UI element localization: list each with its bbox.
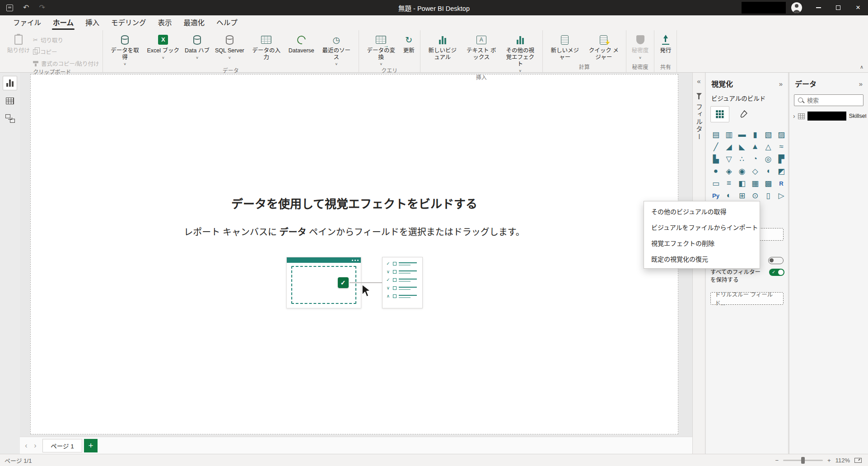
scatter-chart-icon[interactable]: ∴ <box>736 153 748 165</box>
key-influencers-icon[interactable]: ◐ <box>723 190 735 201</box>
clustered-column-chart-icon[interactable]: ▮ <box>749 129 761 140</box>
filled-map-icon[interactable]: ◈ <box>723 165 735 177</box>
illustration-field-row: ∨ <box>386 270 419 274</box>
search-input[interactable] <box>794 94 863 106</box>
context-menu-item[interactable]: 既定の視覚化の復元 <box>644 251 760 266</box>
line-chart-icon[interactable]: ╱ <box>709 141 722 153</box>
expand-filters-icon[interactable]: « <box>693 73 705 85</box>
kpi-card-icon[interactable]: ◩ <box>775 165 788 177</box>
100-stacked-bar-chart-icon[interactable]: ▧ <box>762 129 775 140</box>
stacked-column-chart-icon[interactable]: ▥ <box>723 129 735 140</box>
context-menu-item[interactable]: ビジュアルをファイルからインポート <box>644 219 760 235</box>
tab-view[interactable]: 表示 <box>152 14 178 30</box>
recent-sources-button[interactable]: ◷ 最近のソース ∨ <box>317 32 355 66</box>
gauge-icon[interactable]: ◖ <box>762 165 775 177</box>
collapse-data-pane-icon[interactable]: » <box>859 80 863 88</box>
keep-all-filters-toggle[interactable] <box>769 269 784 276</box>
refresh-button[interactable]: ↻ 更新 <box>401 32 417 66</box>
quick-measure-button[interactable]: クイック メジャー <box>585 32 623 63</box>
paginated-report-icon[interactable]: ▯ <box>762 190 775 201</box>
tab-optimize[interactable]: 最適化 <box>178 14 211 30</box>
close-button[interactable]: × <box>848 0 868 15</box>
stacked-area-chart-icon[interactable]: ◣ <box>736 141 748 153</box>
zoom-slider-thumb[interactable] <box>801 457 805 464</box>
report-canvas: データを使用して視覚エフェクトをビルドする レポート キャンバスに データ ペイ… <box>20 73 692 437</box>
publish-button[interactable]: 発行 <box>658 32 673 63</box>
collapse-visualizations-icon[interactable]: » <box>779 80 783 88</box>
power-automate-icon[interactable]: ▷ <box>775 190 788 201</box>
fit-to-page-icon[interactable] <box>854 458 862 463</box>
format-visual-tab[interactable] <box>734 106 753 122</box>
python-visual-icon[interactable]: Py <box>709 190 722 201</box>
ribbon-chart-icon[interactable]: ≈ <box>775 141 788 153</box>
ribbon-group-data: データを取得 ∨ Excel ブック ∨ Data ハブ ∨ SQL Serve… <box>103 30 359 72</box>
report-page[interactable]: データを使用して視覚エフェクトをビルドする レポート キャンバスに データ ペイ… <box>30 74 678 434</box>
collapse-ribbon-icon[interactable]: ∧ <box>860 64 863 70</box>
sql-server-button[interactable]: SQL Server ∨ <box>213 32 247 66</box>
r-script-icon[interactable]: R <box>775 177 788 189</box>
line-stacked-column-chart-icon[interactable]: ▲ <box>749 141 761 153</box>
transform-data-button[interactable]: データの変換 ∨ <box>362 32 400 66</box>
area-chart-icon[interactable]: ◢ <box>723 141 735 153</box>
text-box-icon <box>476 36 486 44</box>
more-visuals-button[interactable]: その他の視覚エフェクト ∨ <box>501 32 539 73</box>
status-bar: ページ 1/1 − + 112% <box>0 454 868 466</box>
new-measure-button[interactable]: 新しいメジャー <box>546 32 584 63</box>
zoom-level[interactable]: 112% <box>835 457 850 464</box>
maximize-button[interactable] <box>828 0 848 15</box>
donut-chart-icon[interactable]: ◎ <box>762 153 775 165</box>
stacked-bar-chart-icon[interactable]: ▤ <box>709 129 722 140</box>
table-icon[interactable]: ▦ <box>749 177 761 189</box>
new-visual-button[interactable]: 新しいビジュアル <box>424 32 462 73</box>
expand-chevron-icon[interactable]: › <box>793 112 795 120</box>
data-hub-button[interactable]: Data ハブ ∨ <box>182 32 212 66</box>
tab-modeling[interactable]: モデリング <box>105 14 152 30</box>
100-stacked-column-chart-icon[interactable]: ▨ <box>775 129 788 140</box>
shape-map-icon[interactable]: ◇ <box>749 165 761 177</box>
tab-insert[interactable]: 挿入 <box>79 14 105 30</box>
account-avatar[interactable] <box>791 2 802 13</box>
text-box-button[interactable]: テキスト ボックス <box>462 32 500 73</box>
tab-file[interactable]: ファイル <box>7 14 47 30</box>
window-title: 無題 - Power BI Desktop <box>0 3 868 13</box>
data-table-row[interactable]: › SkillsetSen... <box>793 112 866 121</box>
zoom-slider[interactable] <box>783 460 823 461</box>
waterfall-chart-icon[interactable]: ▙ <box>709 153 722 165</box>
multi-row-card-icon[interactable]: ≡ <box>723 177 735 189</box>
tab-home[interactable]: ホーム <box>47 14 79 30</box>
report-view-button[interactable] <box>3 76 17 90</box>
zoom-in-button[interactable]: + <box>827 457 831 464</box>
zoom-out-button[interactable]: − <box>775 457 779 464</box>
slicer-icon[interactable]: ◧ <box>736 177 748 189</box>
azure-map-icon[interactable]: ◉ <box>736 165 748 177</box>
map-icon[interactable]: ● <box>709 165 722 177</box>
drillthrough-fields-box[interactable]: ドリルスルー フィールド... <box>710 292 784 305</box>
build-visual-tab[interactable] <box>710 106 729 122</box>
qa-visual-icon[interactable]: ⊙ <box>749 190 761 201</box>
cross-report-toggle[interactable] <box>768 257 784 264</box>
treemap-icon[interactable]: ▛ <box>775 153 788 165</box>
matrix-icon[interactable]: ▩ <box>762 177 775 189</box>
minimize-button[interactable] <box>808 0 828 15</box>
excel-workbook-button[interactable]: Excel ブック ∨ <box>145 32 182 66</box>
database-icon <box>121 35 129 45</box>
get-data-button[interactable]: データを取得 ∨ <box>106 32 144 66</box>
decomposition-tree-icon[interactable]: ⊞ <box>736 190 748 201</box>
data-view-button[interactable] <box>3 93 17 108</box>
chevron-down-icon: ∨ <box>518 70 522 73</box>
pie-chart-icon[interactable]: ◔ <box>749 153 761 165</box>
add-page-button[interactable]: + <box>84 439 98 452</box>
save-icon[interactable] <box>6 5 13 11</box>
model-view-button[interactable] <box>3 111 17 126</box>
dataverse-button[interactable]: Dataverse <box>286 32 317 66</box>
context-menu-item[interactable]: その他のビジュアルの取得 <box>644 203 760 219</box>
line-clustered-column-chart-icon[interactable]: △ <box>762 141 775 153</box>
funnel-chart-icon[interactable]: ▽ <box>723 153 735 165</box>
enter-data-button[interactable]: データの入力 <box>247 32 285 66</box>
tab-help[interactable]: ヘルプ <box>210 14 243 30</box>
card-icon[interactable]: ▭ <box>709 177 722 189</box>
clustered-bar-chart-icon[interactable]: ▬ <box>736 129 748 140</box>
undo-icon[interactable]: ↶ <box>23 4 29 11</box>
page-tab[interactable]: ページ 1 <box>42 439 82 452</box>
context-menu-item[interactable]: 視覚エフェクトの削除 <box>644 235 760 251</box>
